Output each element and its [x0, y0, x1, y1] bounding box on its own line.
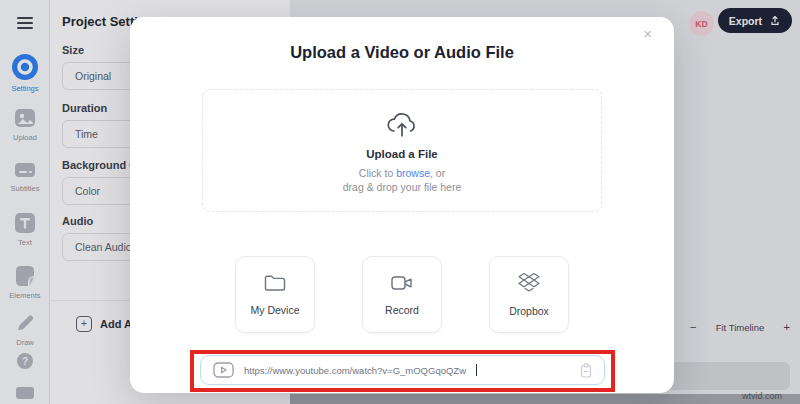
dropzone-line1-pre: Click to — [359, 167, 396, 179]
dropbox-card[interactable]: Dropbox — [489, 256, 569, 333]
folder-icon — [263, 273, 287, 293]
upload-modal: × Upload a Video or Audio File Upload a … — [130, 17, 674, 393]
upload-sources: My Device Record — [130, 256, 674, 333]
source-label: Record — [385, 304, 419, 316]
camera-icon — [389, 273, 415, 293]
dropzone-instructions: Click to browse, or drag & drop your fil… — [343, 166, 461, 194]
upload-dropzone[interactable]: Upload a File Click to browse, or drag &… — [202, 89, 602, 212]
source-label: My Device — [250, 304, 299, 316]
url-input-value: https://www.youtube.com/watch?v=G_mOQGqo… — [244, 365, 466, 376]
source-label: Dropbox — [509, 305, 549, 317]
cloud-upload-icon — [382, 107, 422, 139]
record-card[interactable]: Record — [362, 256, 442, 333]
paste-icon[interactable] — [580, 363, 592, 378]
dropzone-line2: drag & drop your file here — [343, 181, 461, 193]
text-caret — [476, 364, 477, 376]
browse-link[interactable]: browse — [396, 167, 430, 179]
dropzone-title: Upload a File — [366, 148, 438, 160]
dropzone-line1-post: , or — [430, 167, 445, 179]
close-icon[interactable]: × — [643, 25, 652, 42]
dropbox-icon — [517, 272, 541, 294]
url-input[interactable]: https://www.youtube.com/watch?v=G_mOQGqo… — [200, 355, 605, 385]
modal-title: Upload a Video or Audio File — [130, 43, 674, 62]
my-device-card[interactable]: My Device — [235, 256, 315, 333]
watermark: wtvid.com — [742, 391, 782, 401]
youtube-icon — [213, 362, 234, 378]
app-window: − Fit Timeline + Settings Upload — [0, 0, 800, 404]
